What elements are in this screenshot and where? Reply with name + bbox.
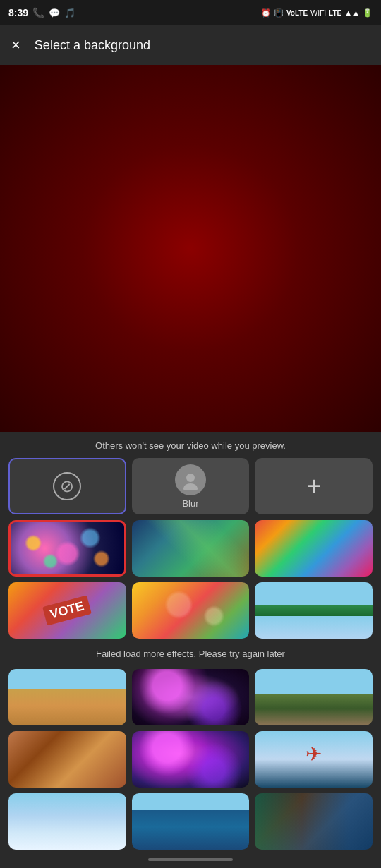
status-left: 8:39 📞 💬 🎵 [8, 7, 75, 18]
preview-notice: Others won't see your video while you pr… [0, 432, 381, 458]
bg-mountains-button[interactable] [255, 669, 373, 725]
page-title: Select a background [35, 38, 150, 53]
bg-lake-button[interactable] [255, 582, 373, 639]
bg-galaxy-button[interactable] [132, 669, 250, 725]
blur-avatar [175, 464, 206, 495]
bg-plane-button[interactable] [255, 731, 373, 788]
bg-none-button[interactable]: ⊘ [8, 458, 126, 514]
blur-label: Blur [182, 498, 198, 509]
signal-icon: ▲▲ [344, 8, 360, 17]
time-display: 8:39 [8, 7, 28, 18]
bg-clouds-button[interactable] [8, 793, 126, 850]
preview-area [0, 65, 381, 432]
bg-colorful-button[interactable] [255, 520, 373, 577]
background-grid: ⊘ Blur + Failed load more effects. Ple [0, 458, 381, 850]
bg-vote-button[interactable] [8, 582, 126, 639]
bg-canyon-button[interactable] [8, 731, 126, 788]
bg-ocean-button[interactable] [132, 793, 250, 850]
error-message: Failed load more effects. Please try aga… [8, 644, 373, 663]
handle-bar [148, 858, 233, 861]
bg-bokeh-button[interactable] [8, 520, 126, 577]
top-bar: × Select a background [0, 25, 381, 65]
svg-point-1 [183, 483, 198, 490]
svg-point-0 [186, 474, 195, 482]
vibrate-icon: 📳 [274, 8, 284, 18]
status-right: ⏰ 📳 VoLTE WiFi LTE ▲▲ 🔋 [261, 8, 373, 18]
bg-carnival-button[interactable] [132, 582, 250, 639]
bg-desert-sky-button[interactable] [8, 669, 126, 725]
bottom-panel: Others won't see your video while you pr… [0, 432, 381, 868]
wifi-icon: WiFi [310, 8, 326, 17]
bg-blur-button[interactable]: Blur [132, 458, 250, 514]
bottom-handle [0, 850, 381, 867]
bg-room-button[interactable] [255, 793, 373, 850]
none-icon: ⊘ [53, 472, 81, 500]
lte-icon: LTE [329, 9, 341, 17]
message-icon: 💬 [49, 8, 60, 18]
phone-icon: 📞 [32, 7, 44, 18]
add-icon: + [306, 474, 321, 499]
bg-add-button[interactable]: + [255, 458, 373, 514]
alarm-icon: ⏰ [261, 8, 271, 18]
shazam-icon: 🎵 [64, 8, 75, 18]
bg-waves-button[interactable] [132, 520, 250, 577]
close-button[interactable]: × [11, 37, 20, 53]
volte-icon: VoLTE [286, 9, 308, 17]
battery-icon: 🔋 [363, 8, 373, 18]
status-bar: 8:39 📞 💬 🎵 ⏰ 📳 VoLTE WiFi LTE ▲▲ 🔋 [0, 0, 381, 25]
bg-nebula-button[interactable] [132, 731, 250, 788]
